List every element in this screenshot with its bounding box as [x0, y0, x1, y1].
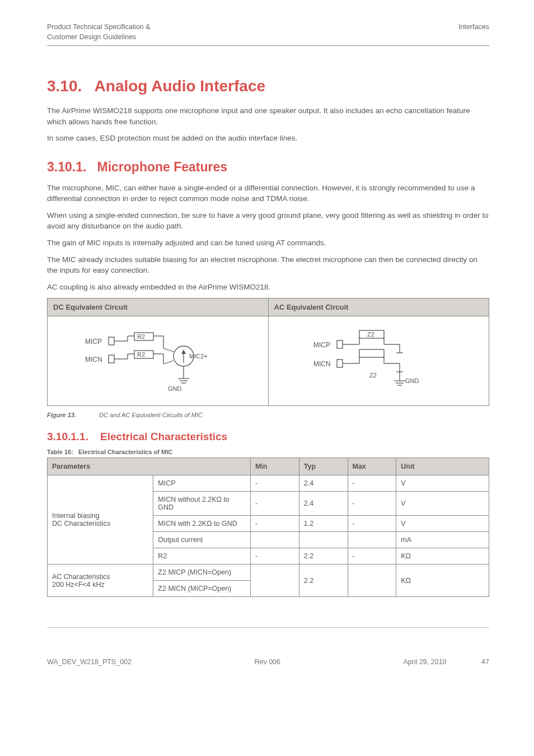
ac-header: AC Equivalent Circuit	[268, 298, 489, 316]
h1-title: Analog Audio Interface	[95, 77, 265, 95]
cell	[348, 564, 396, 597]
col-typ: Typ	[299, 458, 348, 475]
cell: 2.2	[299, 564, 348, 597]
svg-line-16	[163, 361, 174, 364]
ac-micp-label: MICP	[313, 341, 330, 349]
paragraph: In some cases, ESD protection must be ad…	[47, 133, 489, 144]
dc-gnd-label: GND	[168, 385, 182, 392]
header-left-line1: Product Technical Specification &	[47, 23, 151, 31]
page-header: Product Technical Specification & Custom…	[47, 22, 489, 42]
footer-mid: Rev 006	[254, 658, 280, 666]
footer-page: 47	[481, 658, 489, 666]
cell: -	[250, 475, 299, 492]
cell: -	[348, 492, 396, 516]
col-unit: Unit	[396, 458, 489, 475]
cell: 2.4	[299, 492, 348, 516]
svg-rect-7	[109, 355, 114, 363]
cell: MICN with 2.2KΩ to GND	[153, 516, 251, 532]
cell	[250, 564, 299, 597]
cell: -	[250, 492, 299, 516]
footer-date: April 29, 2010	[403, 658, 446, 666]
group-dc: Internal biasing DC Characteristics	[48, 475, 153, 564]
cell: -	[348, 475, 396, 492]
h2-number: 3.10.1.	[47, 160, 86, 174]
equivalent-circuit-table: DC Equivalent Circuit AC Equivalent Circ…	[47, 298, 489, 406]
cell: MICP	[153, 475, 251, 492]
svg-rect-0	[109, 337, 114, 345]
figure-13-caption: Figure 13. DC and AC Equivalent Circuits…	[47, 412, 489, 418]
section-heading-1: 3.10. Analog Audio Interface	[47, 77, 489, 95]
svg-line-15	[163, 348, 174, 352]
ac-z2a-label: Z2	[367, 331, 374, 338]
cell: KΩ	[396, 548, 489, 564]
paragraph: The microphone, MIC, can either have a s…	[47, 183, 489, 204]
table-16-title: Electrical Characteristics of MIC	[78, 449, 172, 455]
ac-micn-label: MICN	[313, 360, 331, 368]
cell: MICN without 2.2KΩ to GND	[153, 492, 251, 516]
ac-gnd-label: GND	[405, 377, 419, 384]
h2-title: Microphone Features	[97, 160, 228, 174]
paragraph: The MIC already includes suitable biasin…	[47, 254, 489, 276]
footer-rule	[47, 627, 489, 628]
cell	[299, 532, 348, 548]
cell: Z2 MICP (MICN=Open)	[153, 564, 251, 581]
dc-micp-label: MICP	[85, 338, 102, 346]
cell: mA	[396, 532, 489, 548]
col-min: Min	[250, 458, 299, 475]
header-right: Interfaces	[458, 23, 489, 31]
ac-circuit-cell: MICP Z2 MICN	[268, 316, 489, 406]
dc-r2a-label: R2	[137, 333, 145, 340]
cell: Z2 MICN (MICP=Open)	[153, 581, 251, 597]
table-16-caption: Table 16: Electrical Characteristics of …	[47, 449, 489, 455]
paragraph: The gain of MIC inputs is internally adj…	[47, 237, 489, 249]
dc-r2b-label: R2	[137, 351, 145, 358]
page-footer: WA_DEV_W218_PTS_002 Rev 006 April 29, 20…	[47, 658, 489, 666]
dc-header: DC Equivalent Circuit	[48, 298, 269, 316]
paragraph: The AirPrime WISMO218 supports one micro…	[47, 105, 489, 127]
cell: 2.4	[299, 475, 348, 492]
cell: -	[348, 516, 396, 532]
cell: Output current	[153, 532, 251, 548]
table-16-label: Table 16:	[47, 449, 73, 455]
paragraph: AC coupling is also already embedded in …	[47, 282, 489, 293]
ac-z2b-label: Z2	[369, 372, 377, 379]
h3-number: 3.10.1.1.	[47, 431, 88, 442]
figure-13-label: Figure 13.	[47, 412, 97, 418]
paragraph: When using a single-ended connection, be…	[47, 210, 489, 232]
col-parameters: Parameters	[48, 458, 251, 475]
ac-circuit-diagram: MICP Z2 MICN	[300, 325, 457, 398]
cell: -	[250, 516, 299, 532]
dc-circuit-diagram: MICP R2 MICN	[74, 325, 242, 398]
cell: -	[348, 548, 396, 564]
group-ac: AC Characteristics 200 Hz<F<4 kHz	[48, 564, 153, 597]
h1-number: 3.10.	[47, 77, 82, 95]
dc-mic2plus-label: MIC2+	[189, 353, 208, 360]
svg-rect-23	[337, 340, 343, 348]
cell: -	[250, 548, 299, 564]
header-left-line2: Customer Design Guidelines	[47, 33, 136, 41]
electrical-characteristics-table: Parameters Min Typ Max Unit Internal bia…	[47, 458, 489, 597]
cell: 2.2	[299, 548, 348, 564]
section-heading-3: 3.10.1.1. Electrical Characteristics	[47, 431, 489, 443]
col-max: Max	[348, 458, 396, 475]
svg-rect-31	[337, 360, 343, 367]
cell: KΩ	[396, 564, 489, 597]
cell: V	[396, 516, 489, 532]
cell	[348, 532, 396, 548]
footer-left: WA_DEV_W218_PTS_002	[47, 658, 132, 666]
figure-13-title: DC and AC Equivalent Circuits of MIC	[99, 412, 203, 418]
cell	[250, 532, 299, 548]
dc-circuit-cell: MICP R2 MICN	[48, 316, 269, 406]
header-rule	[47, 45, 489, 46]
svg-rect-34	[359, 349, 384, 357]
cell: V	[396, 492, 489, 516]
cell: V	[396, 475, 489, 492]
cell: 1.2	[299, 516, 348, 532]
cell: R2	[153, 548, 251, 564]
section-heading-2: 3.10.1. Microphone Features	[47, 160, 489, 175]
dc-micn-label: MICN	[85, 356, 102, 363]
h3-title: Electrical Characteristics	[100, 431, 227, 442]
